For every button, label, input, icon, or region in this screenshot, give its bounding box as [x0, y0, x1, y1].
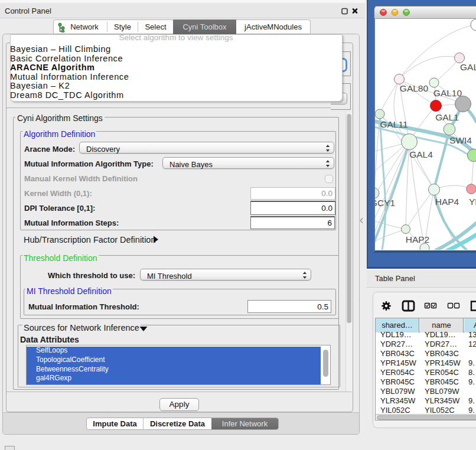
svg-text:HAP4: HAP4 — [435, 197, 459, 207]
svg-text:GAL7: GAL7 — [460, 62, 476, 72]
svg-text:YM: YM — [469, 197, 476, 207]
svg-text:GAL11: GAL11 — [380, 119, 407, 129]
svg-text:GCY1: GCY1 — [375, 198, 395, 208]
svg-text:GAL4: GAL4 — [409, 149, 433, 159]
svg-text:GAL1: GAL1 — [435, 112, 459, 122]
svg-text:SWI4: SWI4 — [449, 135, 472, 145]
svg-text:GAL10: GAL10 — [433, 88, 462, 98]
svg-text:HAP2: HAP2 — [406, 234, 430, 244]
svg-text:GAL80: GAL80 — [400, 83, 429, 93]
